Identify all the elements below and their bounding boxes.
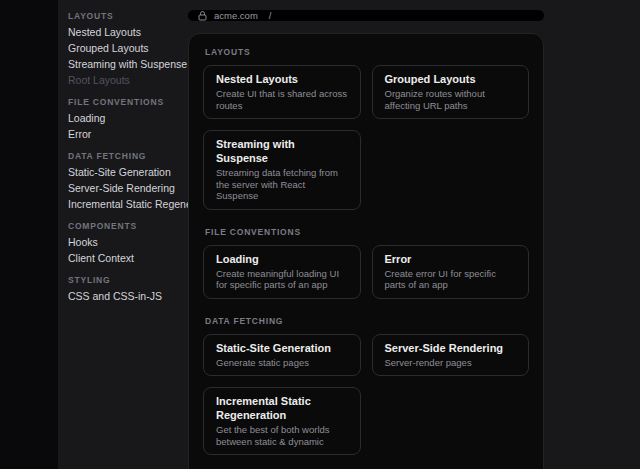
card-grid: Nested LayoutsCreate UI that is shared a… (203, 65, 529, 210)
sidebar-item-nested-layouts[interactable]: Nested Layouts (68, 24, 188, 40)
sidebar-section-label: FILE CONVENTIONS (68, 94, 188, 110)
sidebar-section-label: DATA FETCHING (68, 148, 188, 164)
card-title: Streaming with Suspense (216, 137, 348, 165)
sidebar-section-label: STYLING (68, 272, 188, 288)
panel-section-file-conventions: FILE CONVENTIONSLoadingCreate meaningful… (203, 227, 529, 299)
sidebar-section-label: COMPONENTS (68, 218, 188, 234)
sidebar-section-label: LAYOUTS (68, 8, 188, 24)
sidebar-item-incremental-static-regeneration[interactable]: Incremental Static Regeneration (68, 196, 188, 212)
card-title: Error (385, 252, 517, 266)
card-description: Streaming data fetching from the server … (216, 167, 348, 202)
card-incremental-static-regeneration[interactable]: Incremental Static RegenerationGet the b… (203, 387, 361, 455)
app-root: LAYOUTSNested LayoutsGrouped LayoutsStre… (0, 0, 640, 469)
sidebar: LAYOUTSNested LayoutsGrouped LayoutsStre… (58, 0, 188, 469)
card-grouped-layouts[interactable]: Grouped LayoutsOrganize routes without a… (372, 65, 530, 119)
card-title: Loading (216, 252, 348, 266)
sidebar-section-styling: STYLINGCSS and CSS-in-JS (68, 272, 188, 304)
sidebar-item-client-context[interactable]: Client Context (68, 250, 188, 266)
panel-section-label: FILE CONVENTIONS (205, 227, 529, 238)
address-bar[interactable]: acme.com / (188, 10, 544, 21)
card-title: Server-Side Rendering (385, 341, 517, 355)
sidebar-item-grouped-layouts[interactable]: Grouped Layouts (68, 40, 188, 56)
card-description: Get the best of both worlds between stat… (216, 424, 348, 447)
card-description: Organize routes without affecting URL pa… (385, 88, 517, 111)
card-nested-layouts[interactable]: Nested LayoutsCreate UI that is shared a… (203, 65, 361, 119)
card-loading[interactable]: LoadingCreate meaningful loading UI for … (203, 245, 361, 299)
sidebar-section-file-conventions: FILE CONVENTIONSLoadingError (68, 94, 188, 142)
sidebar-item-hooks[interactable]: Hooks (68, 234, 188, 250)
lock-icon (198, 11, 207, 21)
panel-section-label: LAYOUTS (205, 47, 529, 58)
card-title: Incremental Static Regeneration (216, 394, 348, 422)
card-description: Create error UI for specific parts of an… (385, 268, 517, 291)
sidebar-item-loading[interactable]: Loading (68, 110, 188, 126)
card-streaming-with-suspense[interactable]: Streaming with SuspenseStreaming data fe… (203, 130, 361, 210)
sidebar-section-data-fetching: DATA FETCHINGStatic-Site GenerationServe… (68, 148, 188, 212)
card-server-side-rendering[interactable]: Server-Side RenderingServer-render pages (372, 334, 530, 377)
card-description: Generate static pages (216, 357, 348, 369)
card-title: Static-Site Generation (216, 341, 348, 355)
sidebar-item-css-and-css-in-js[interactable]: CSS and CSS-in-JS (68, 288, 188, 304)
card-description: Server-render pages (385, 357, 517, 369)
card-static-site-generation[interactable]: Static-Site GenerationGenerate static pa… (203, 334, 361, 377)
panel-section-layouts: LAYOUTSNested LayoutsCreate UI that is s… (203, 47, 529, 210)
card-title: Grouped Layouts (385, 72, 517, 86)
card-grid: Static-Site GenerationGenerate static pa… (203, 334, 529, 456)
sidebar-section-components: COMPONENTSHooksClient Context (68, 218, 188, 266)
sidebar-section-layouts: LAYOUTSNested LayoutsGrouped LayoutsStre… (68, 8, 188, 88)
main-column: acme.com / LAYOUTSNested LayoutsCreate U… (188, 0, 544, 469)
content-panel: LAYOUTSNested LayoutsCreate UI that is s… (188, 33, 544, 469)
card-description: Create meaningful loading UI for specifi… (216, 268, 348, 291)
sidebar-item-server-side-rendering[interactable]: Server-Side Rendering (68, 180, 188, 196)
card-grid: LoadingCreate meaningful loading UI for … (203, 245, 529, 299)
address-path[interactable]: / (269, 10, 272, 21)
sidebar-item-error[interactable]: Error (68, 126, 188, 142)
panel-section-label: DATA FETCHING (205, 316, 529, 327)
left-rail (0, 0, 58, 469)
card-title: Nested Layouts (216, 72, 348, 86)
address-domain: acme.com (214, 10, 258, 21)
sidebar-item-static-site-generation[interactable]: Static-Site Generation (68, 164, 188, 180)
sidebar-item-streaming-with-suspense[interactable]: Streaming with Suspense (68, 56, 188, 72)
panel-section-data-fetching: DATA FETCHINGStatic-Site GenerationGener… (203, 316, 529, 456)
card-description: Create UI that is shared across routes (216, 88, 348, 111)
sidebar-item-root-layouts: Root Layouts (68, 72, 188, 88)
card-error[interactable]: ErrorCreate error UI for specific parts … (372, 245, 530, 299)
